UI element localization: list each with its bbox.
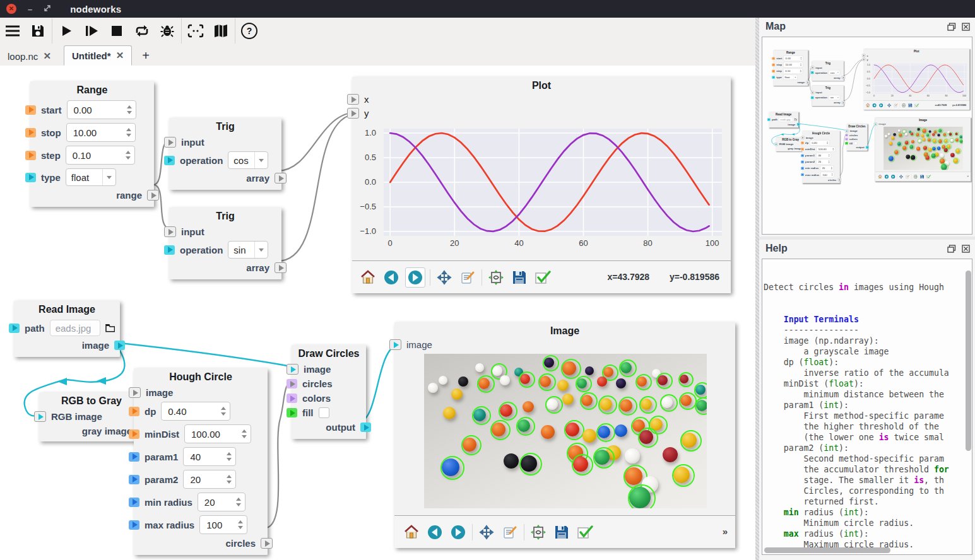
terminal-rgb-image[interactable] [34,411,46,422]
node-draw-circles[interactable]: Draw Circles image circles colors fill o… [292,345,366,439]
terminal-step[interactable] [25,151,36,160]
minimap-view[interactable]: Range start 0.00 stop 10.00 step 0.10 ty… [762,37,972,235]
fill-checkbox[interactable] [319,407,329,418]
node-range[interactable]: Range start 0.00 stop 10.00 step 0.10 ty… [30,81,154,207]
node-trig-cos[interactable]: Trig input operation cos array [169,118,281,190]
spin-arrows-icon[interactable] [122,124,135,141]
node-hough-circle[interactable]: Hough Circle image dp 0.40 minDist 100.0… [134,368,268,555]
help-icon[interactable]: ? [237,20,262,42]
back-icon[interactable] [382,268,401,287]
terminal-param1[interactable] [129,452,139,462]
terminal-start[interactable] [25,105,36,115]
spin-arrows-icon[interactable] [234,516,247,534]
terminal-dp[interactable] [129,407,139,416]
terminal-image[interactable] [389,339,401,350]
terminal-array-out[interactable] [275,262,287,273]
node-read-image[interactable]: Read Image path eads.jpg image [14,301,120,357]
tab-close-icon[interactable]: ✕ [43,50,51,62]
node-plot[interactable]: Plot x y 1.00.50.0−0.5−1.0 020406080100 … [352,77,731,293]
spin-arrows-icon[interactable] [223,448,235,465]
plot-figure[interactable] [384,129,722,236]
back-icon[interactable] [425,523,444,542]
terminal-max-radius[interactable] [129,520,139,530]
terminal-stop[interactable] [25,128,36,137]
home-icon[interactable] [358,268,377,287]
terminal-operation[interactable] [164,156,175,165]
node-image[interactable]: Image image » [394,322,735,548]
close-panel-icon[interactable] [960,243,971,254]
operation-dropdown[interactable]: cos [228,151,268,169]
max-radius-spinbox[interactable]: 100 [199,515,247,534]
terminal-colors[interactable] [287,394,297,403]
terminal-type[interactable] [25,173,36,182]
min-radius-spinbox[interactable]: 20 [198,493,245,511]
home-icon[interactable] [402,523,421,542]
type-dropdown[interactable]: float [66,168,116,186]
wire-trig-cos-array[interactable] [278,112,357,171]
vertical-scrollbar[interactable] [966,271,971,451]
folder-icon[interactable] [105,324,115,332]
map-icon[interactable] [208,20,233,42]
float-panel-icon[interactable] [946,21,957,32]
spin-arrows-icon[interactable] [122,146,134,164]
save-figure-icon[interactable] [552,523,571,542]
configure-subplots-icon[interactable] [529,523,548,542]
configure-subplots-icon[interactable] [487,268,505,287]
tab-loop-nc[interactable]: loop.nc ✕ [0,47,59,66]
operation-dropdown[interactable]: sin [228,241,268,259]
loop-icon[interactable] [129,20,155,42]
horizontal-scrollbar[interactable] [764,547,890,553]
spin-arrows-icon[interactable] [123,101,136,119]
spin-arrows-icon[interactable] [217,402,230,420]
fit-view-icon[interactable] [183,20,208,42]
terminal-array-out[interactable] [275,173,287,184]
spin-arrows-icon[interactable] [223,470,235,488]
run-icon[interactable] [54,20,79,42]
start-spinbox[interactable]: 0.00 [67,100,136,119]
terminal-path[interactable] [9,324,20,333]
terminal-image[interactable] [129,387,141,398]
spin-arrows-icon[interactable] [238,425,251,443]
terminal-input[interactable] [164,226,176,237]
terminal-fill[interactable] [287,408,297,417]
stop-icon[interactable] [104,20,129,42]
apply-icon[interactable] [533,268,552,287]
path-field[interactable]: eads.jpg [50,320,100,336]
terminal-input[interactable] [164,137,176,148]
tab-untitled[interactable]: Untitled* ✕ [64,45,132,66]
window-minimize-button[interactable]: – [28,4,32,14]
param1-spinbox[interactable]: 40 [183,447,236,466]
pan-icon[interactable] [477,523,496,542]
terminal-y[interactable] [347,108,359,119]
terminal-mindist[interactable] [129,429,139,439]
terminal-min-radius[interactable] [129,498,139,507]
dp-spinbox[interactable]: 0.40 [161,402,230,421]
apply-icon[interactable] [576,523,594,542]
window-close-button[interactable]: ✕ [6,4,16,14]
param2-spinbox[interactable]: 20 [183,470,236,489]
save-icon[interactable] [25,20,50,42]
node-trig-sin[interactable]: Trig input operation sin array [169,207,281,279]
wire-trig-sin-array[interactable] [278,114,357,261]
spin-arrows-icon[interactable] [232,493,245,511]
menu-icon[interactable] [0,20,25,42]
node-canvas[interactable]: Range start 0.00 stop 10.00 step 0.10 ty… [0,66,755,560]
terminal-range-out[interactable] [147,190,159,201]
pan-icon[interactable] [435,268,454,287]
zoom-icon[interactable] [500,523,519,542]
tab-close-icon[interactable]: ✕ [116,50,124,61]
float-panel-icon[interactable] [946,243,957,254]
mindist-spinbox[interactable]: 100.00 [184,424,251,443]
help-text-view[interactable]: Detect circles in images using Hough Inp… [762,259,972,555]
terminal-image-out[interactable] [114,341,125,350]
terminal-operation[interactable] [164,245,175,255]
forward-icon[interactable] [405,267,425,288]
wire-read-image-image[interactable] [114,342,294,367]
save-figure-icon[interactable] [510,268,529,287]
forward-icon[interactable] [449,523,468,542]
new-tab-button[interactable]: + [142,49,150,66]
terminal-output[interactable] [360,423,371,432]
terminal-circles-out[interactable] [261,538,273,549]
zoom-icon[interactable] [458,268,477,287]
terminal-image[interactable] [287,364,298,375]
